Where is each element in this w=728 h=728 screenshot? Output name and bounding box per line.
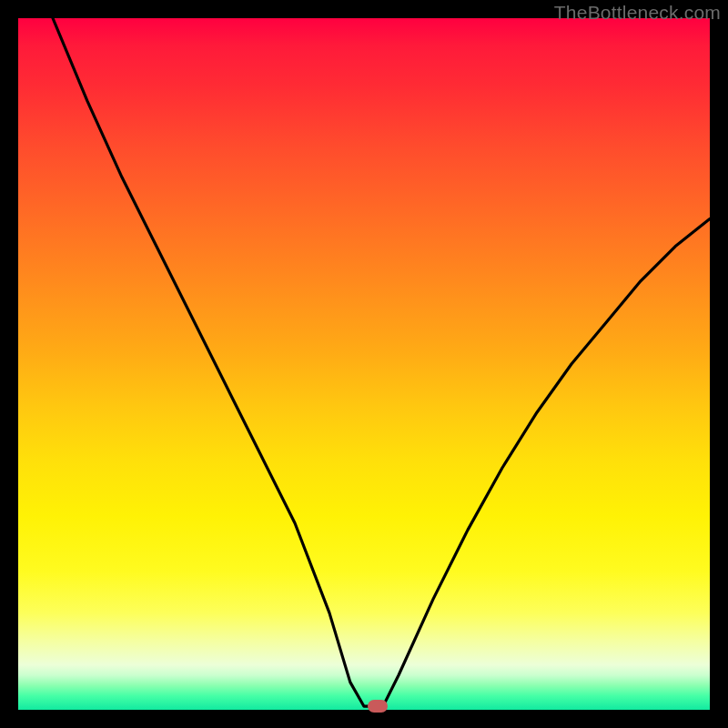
optimal-marker [368, 700, 388, 713]
plot-area [18, 18, 710, 710]
chart-frame: TheBottleneck.com [0, 0, 728, 728]
watermark-text: TheBottleneck.com [554, 2, 721, 24]
bottleneck-curve [18, 18, 710, 710]
